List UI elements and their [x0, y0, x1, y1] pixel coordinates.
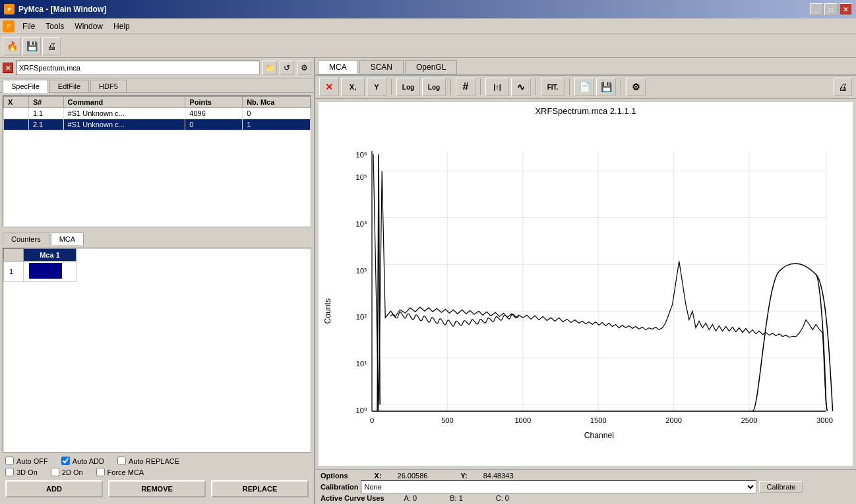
tab-mca[interactable]: MCA [51, 233, 84, 245]
tab-mca-right[interactable]: MCA [318, 60, 358, 74]
counter-tab-bar: Counters MCA [3, 233, 311, 245]
file-table-row[interactable]: 2.1 #S1 Unknown c... 0 1 [4, 119, 311, 130]
grid-button[interactable]: # [456, 78, 475, 96]
marker-button[interactable]: |↑| [485, 78, 509, 96]
x-tick-1000: 1000 [514, 416, 531, 424]
add-button[interactable]: ADD [5, 480, 103, 497]
force-mca-label: Force MCA [107, 468, 144, 476]
auto-add-label: Auto ADD [73, 457, 104, 465]
hump-peak [752, 264, 833, 411]
mca-cell-1[interactable] [24, 262, 76, 282]
file-table-row[interactable]: 1.1 #S1 Unknown c... 4096 0 [4, 108, 311, 119]
replace-button[interactable]: REPLACE [211, 480, 309, 497]
toolbar-sep-5 [569, 79, 570, 95]
x-tick-1500: 1500 [590, 416, 607, 424]
row-command: #S1 Unknown c... [63, 108, 185, 119]
col-nb-mca: Nb. Mca [243, 97, 311, 108]
minimize-button[interactable]: _ [810, 3, 823, 15]
active-curve-a: A: 0 [404, 494, 417, 502]
spectrum-line [373, 154, 826, 411]
tab-counters[interactable]: Counters [3, 233, 49, 245]
menu-window[interactable]: Window [69, 20, 108, 32]
auto-add-checkbox[interactable]: Auto ADD [61, 457, 104, 465]
row-x [4, 108, 29, 119]
wave-button[interactable]: ∿ [511, 78, 531, 96]
save2-button[interactable]: 💾 [596, 78, 616, 96]
toolbar-sep-4 [535, 79, 536, 95]
window-controls[interactable]: _ □ ✕ [810, 3, 852, 15]
y-tick-0: 10⁰ [356, 406, 367, 414]
close-button[interactable]: ✕ [839, 3, 852, 15]
calibration-row: Calibration None Calibrate [321, 480, 851, 493]
settings-button[interactable]: ⚙ [626, 78, 646, 96]
maximize-button[interactable]: □ [824, 3, 838, 15]
2d-on-input[interactable] [51, 468, 59, 476]
calibrate-button[interactable]: Calibrate [759, 481, 803, 493]
close-x-button[interactable]: ✕ [3, 63, 13, 73]
title-bar: P PyMca - [Main Window] _ □ ✕ [0, 0, 856, 18]
mca-row-header [4, 249, 24, 262]
3d-on-checkbox[interactable]: 3D On [5, 468, 38, 476]
stop-button[interactable]: ✕ [319, 78, 339, 96]
action-btn-row: ADD REMOVE REPLACE [5, 480, 309, 497]
menu-help[interactable]: Help [108, 20, 135, 32]
x-tick-3000: 3000 [816, 416, 833, 424]
save-chart-button[interactable]: 📄 [574, 78, 594, 96]
checkbox-row-1: Auto OFF Auto ADD Auto REPLACE [5, 457, 309, 465]
tab-specfile[interactable]: SpecFile [3, 80, 48, 93]
menu-app-icon: P [3, 20, 15, 32]
toolbar-print-button[interactable]: 🖨 [42, 37, 61, 55]
y-tick-3: 10³ [356, 267, 367, 275]
row-nb-mca: 1 [243, 119, 311, 130]
file-tab-bar: SpecFile EdfFile HDF5 [0, 78, 314, 93]
toolbar-save-button[interactable]: 💾 [22, 37, 41, 55]
auto-off-checkbox[interactable]: Auto OFF [5, 457, 48, 465]
right-toolbar: ✕ X, Y Log Log # |↑| ∿ FIT. 📄 💾 ⚙ 🖨 [315, 76, 856, 99]
tab-opengl[interactable]: OpenGL [405, 60, 457, 74]
config-icon-btn[interactable]: ⚙ [297, 61, 311, 75]
refresh-icon-btn[interactable]: ↺ [280, 61, 294, 75]
auto-add-input[interactable] [61, 457, 70, 465]
tab-hdf5[interactable]: HDF5 [90, 80, 127, 92]
active-curve-c: C: 0 [496, 494, 509, 502]
y-tick-6: 10⁶ [356, 151, 367, 159]
auto-off-input[interactable] [5, 457, 14, 465]
row-points: 4096 [185, 108, 243, 119]
tab-edffile[interactable]: EdfFile [49, 80, 89, 92]
fit-button[interactable]: FIT. [541, 78, 565, 96]
menu-tools[interactable]: Tools [40, 20, 69, 32]
tab-scan[interactable]: SCAN [359, 60, 404, 74]
main-toolbar: 🔥 💾 🖨 [0, 34, 856, 58]
x-axis-button[interactable]: X, [341, 78, 365, 96]
log2-button[interactable]: Log [422, 78, 446, 96]
y-axis-button[interactable]: Y [367, 78, 386, 96]
right-panel: MCA SCAN OpenGL ✕ X, Y Log Log # |↑| ∿ F… [315, 58, 856, 504]
calibration-select[interactable]: None [361, 480, 756, 493]
checkbox-row-2: 3D On 2D On Force MCA [5, 468, 309, 476]
row-s: 1.1 [28, 108, 63, 119]
chart-area: XRFSpectrum.mca 2.1.1.1 Counts [318, 101, 853, 466]
log-lin-button[interactable]: Log [396, 78, 420, 96]
2d-on-checkbox[interactable]: 2D On [51, 468, 83, 476]
x-tick-2000: 2000 [665, 416, 682, 424]
chart-svg: Counts [319, 116, 853, 480]
y-axis-label: Counts [323, 298, 332, 323]
print-button[interactable]: 🖨 [834, 78, 852, 96]
auto-replace-input[interactable] [117, 457, 126, 465]
auto-off-label: Auto OFF [16, 457, 48, 465]
ripples [390, 312, 518, 326]
force-mca-checkbox[interactable]: Force MCA [96, 468, 144, 476]
auto-replace-checkbox[interactable]: Auto REPLACE [117, 457, 179, 465]
force-mca-input[interactable] [96, 468, 105, 476]
3d-on-input[interactable] [5, 468, 14, 476]
right-tab-bar: MCA SCAN OpenGL [315, 58, 856, 76]
x-tick-0: 0 [370, 416, 374, 424]
row-nb-mca: 0 [243, 108, 311, 119]
menu-file[interactable]: File [17, 20, 40, 32]
window-title: PyMca - [Main Window] [18, 5, 106, 14]
file-selector[interactable]: XRFSpectrum.mca [16, 61, 260, 75]
remove-button[interactable]: REMOVE [108, 480, 206, 497]
mca-col-header: Mca 1 [24, 249, 76, 262]
folder-icon-btn[interactable]: 📁 [262, 61, 277, 75]
toolbar-fire-button[interactable]: 🔥 [3, 37, 21, 55]
